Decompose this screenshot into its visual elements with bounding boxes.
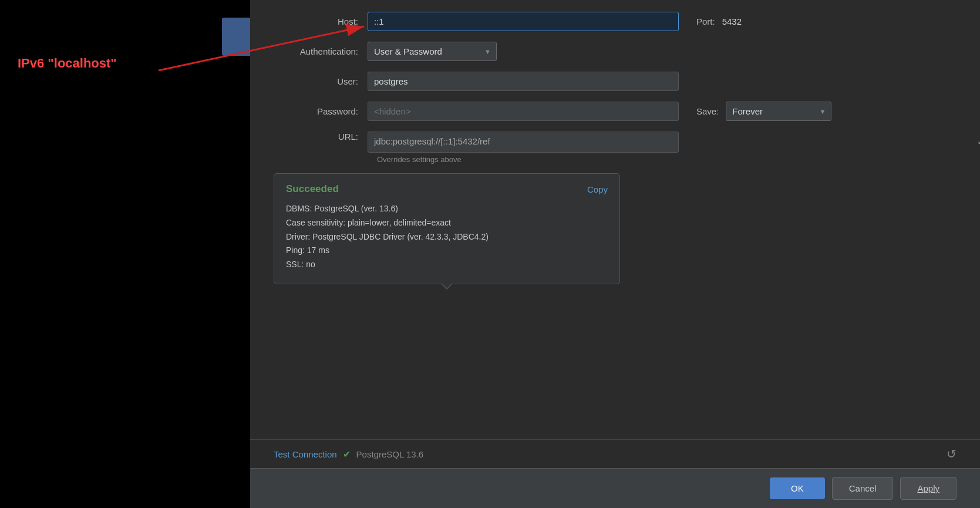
auth-select-wrapper: User & Password Password No auth (368, 42, 497, 61)
success-line-5: SSL: no (286, 258, 608, 272)
success-line-1: DBMS: PostgreSQL (ver. 13.6) (286, 202, 608, 216)
auth-row: Authentication: User & Password Password… (274, 42, 957, 61)
success-box: Succeeded Copy DBMS: PostgreSQL (ver. 13… (274, 173, 620, 284)
url-label: URL: (274, 132, 368, 142)
url-input-wrapper: jdbc:postgresql://[::1]:5432/ref ⤢ (368, 132, 957, 153)
password-row: Password: Save: Forever Until restart Ne… (274, 102, 957, 121)
save-select-wrapper: Forever Until restart Never (726, 102, 831, 121)
dialog: Host: Port: 5432 Authentication: User & … (250, 0, 980, 508)
save-label: Save: (696, 106, 719, 116)
refresh-button[interactable]: ↺ (947, 447, 957, 461)
apply-rest: pply (923, 483, 939, 493)
ok-button[interactable]: OK (770, 477, 825, 499)
success-line-3: Driver: PostgreSQL JDBC Driver (ver. 42.… (286, 230, 608, 244)
blue-tab (222, 18, 250, 56)
password-input[interactable] (368, 102, 679, 121)
cancel-button[interactable]: Cancel (832, 477, 894, 500)
auth-select[interactable]: User & Password Password No auth (368, 42, 497, 61)
success-line-2: Case sensitivity: plain=lower, delimited… (286, 216, 608, 230)
host-input[interactable] (368, 12, 679, 31)
auth-label: Authentication: (274, 46, 368, 56)
user-row: User: (274, 72, 957, 91)
success-lines: DBMS: PostgreSQL (ver. 13.6) Case sensit… (286, 202, 608, 272)
success-header: Succeeded Copy (286, 183, 608, 195)
url-row: URL: jdbc:postgresql://[::1]:5432/ref ⤢ (274, 132, 957, 153)
port-value: 5432 (722, 16, 742, 26)
test-connection-left: Test Connection ✔ PostgreSQL 13.6 (274, 449, 423, 460)
test-db-name: PostgreSQL 13.6 (356, 449, 424, 459)
host-row: Host: Port: 5432 (274, 12, 957, 31)
test-connection-button[interactable]: Test Connection (274, 449, 337, 459)
annotation-label: IPv6 "localhost" (18, 56, 117, 71)
port-label: Port: (696, 16, 715, 26)
success-line-4: Ping: 17 ms (286, 244, 608, 258)
user-label: User: (274, 76, 368, 86)
save-select[interactable]: Forever Until restart Never (726, 102, 831, 121)
dialog-form: Host: Port: 5432 Authentication: User & … (250, 0, 980, 439)
password-label: Password: (274, 106, 368, 116)
apply-underline-char: A (917, 483, 923, 493)
user-input[interactable] (368, 72, 679, 91)
left-background (0, 0, 229, 508)
url-expand-button[interactable]: ⤢ (977, 134, 980, 147)
copy-button[interactable]: Copy (587, 184, 608, 194)
url-hint: Overrides settings above (377, 155, 957, 164)
success-title: Succeeded (286, 183, 339, 195)
dialog-footer: OK Cancel Apply (250, 468, 980, 508)
host-label: Host: (274, 16, 368, 26)
url-display[interactable]: jdbc:postgresql://[::1]:5432/ref (368, 132, 679, 153)
test-connection-bar: Test Connection ✔ PostgreSQL 13.6 ↺ (250, 439, 980, 468)
apply-button[interactable]: Apply (900, 477, 957, 500)
test-success-icon: ✔ (343, 449, 351, 460)
